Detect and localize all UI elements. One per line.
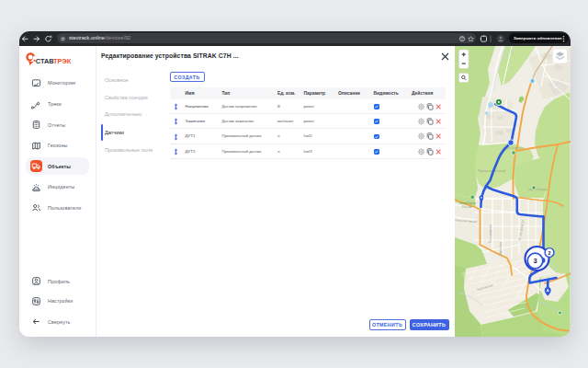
svg-text:3: 3 (533, 257, 537, 265)
svg-text:России: России (462, 205, 472, 209)
svg-text:ТРЭК: ТРЭК (53, 57, 72, 65)
svg-text:Промышленный: Промышленный (478, 168, 505, 173)
svg-text:Пирогова: Пирогова (499, 242, 503, 256)
svg-text:парк Победы: парк Победы (528, 188, 548, 191)
svg-text:СТАВ: СТАВ (36, 57, 54, 65)
svg-text:2: 2 (548, 250, 550, 256)
svg-text:Рогожникова: Рогожникова (489, 224, 492, 243)
